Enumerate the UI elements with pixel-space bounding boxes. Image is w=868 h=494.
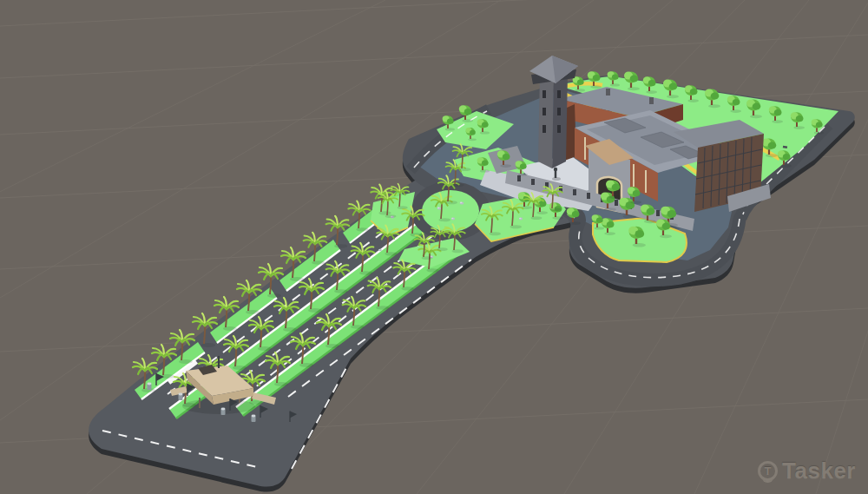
scene-canvas	[0, 0, 868, 494]
scene-3d-viewport[interactable]: T Tasker	[0, 0, 868, 494]
